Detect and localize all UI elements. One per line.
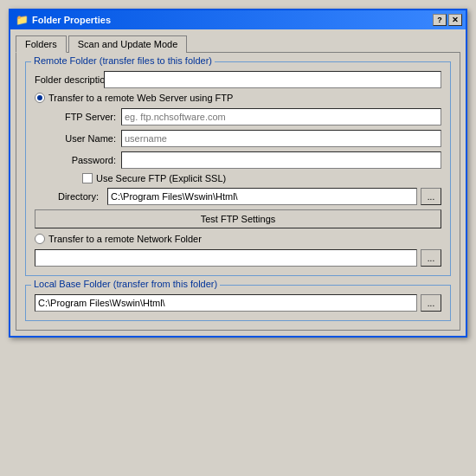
ftp-server-label: FTP Server: [52,112,121,122]
title-buttons: ? ✕ [433,14,462,26]
local-folder-input[interactable] [35,294,417,312]
window-content: Folders Scan and Update Mode Remote Fold… [10,29,466,336]
local-browse-button[interactable]: ... [421,294,441,312]
network-browse-button[interactable]: ... [421,249,441,267]
directory-browse-button[interactable]: ... [421,188,441,205]
folder-properties-window: 📁 Folder Properties ? ✕ Folders Scan and… [9,9,467,338]
folder-icon: 📁 [16,14,28,26]
title-bar: 📁 Folder Properties ? ✕ [10,10,466,29]
folder-description-input[interactable] [104,71,441,88]
tab-folders[interactable]: Folders [16,35,67,53]
folder-description-label: Folder description: [35,74,104,85]
title-bar-text: 📁 Folder Properties [16,14,111,26]
password-label: Password: [52,155,121,165]
ftp-server-input[interactable] [121,108,441,125]
test-ftp-button[interactable]: Test FTP Settings [35,209,441,228]
ssl-checkbox-row: Use Secure FTP (Explicit SSL) [35,173,441,183]
network-radio[interactable] [35,234,45,244]
network-folder-row: ... [35,249,441,267]
network-radio-label: Transfer to a remote Network Folder [48,234,202,244]
local-folder-row: ... [35,294,441,312]
tabs: Folders Scan and Update Mode [16,35,460,52]
folder-description-row: Folder description: [35,71,441,88]
username-input[interactable] [121,130,441,147]
window-title: Folder Properties [32,15,111,25]
ftp-fields: FTP Server: User Name: Password: [35,108,441,169]
local-section-label: Local Base Folder (transfer from this fo… [31,279,220,289]
directory-row: Directory: ... [35,188,441,205]
username-label: User Name: [52,133,121,144]
network-folder-input[interactable] [35,249,417,267]
network-radio-group: Transfer to a remote Network Folder [35,234,441,244]
tab-content: Remote Folder (transfer files to this fo… [16,52,460,331]
password-row: Password: [52,151,441,169]
ftp-radio-label: Transfer to a remote Web Server using FT… [48,93,233,103]
ssl-checkbox[interactable] [82,173,93,183]
directory-label: Directory: [35,191,104,202]
directory-input[interactable] [107,188,417,205]
username-row: User Name: [52,130,441,147]
ftp-radio[interactable] [35,93,45,103]
local-folder-section: Local Base Folder (transfer from this fo… [25,285,451,321]
ftp-radio-group: Transfer to a remote Web Server using FT… [35,93,441,103]
help-button[interactable]: ? [433,14,447,26]
password-input[interactable] [121,151,441,169]
ssl-checkbox-label: Use Secure FTP (Explicit SSL) [96,173,226,183]
remote-section-label: Remote Folder (transfer files to this fo… [31,55,215,66]
close-button[interactable]: ✕ [448,14,462,26]
ftp-server-row: FTP Server: [52,108,441,125]
remote-folder-section: Remote Folder (transfer files to this fo… [25,61,451,276]
tab-scan-update[interactable]: Scan and Update Mode [68,35,188,53]
